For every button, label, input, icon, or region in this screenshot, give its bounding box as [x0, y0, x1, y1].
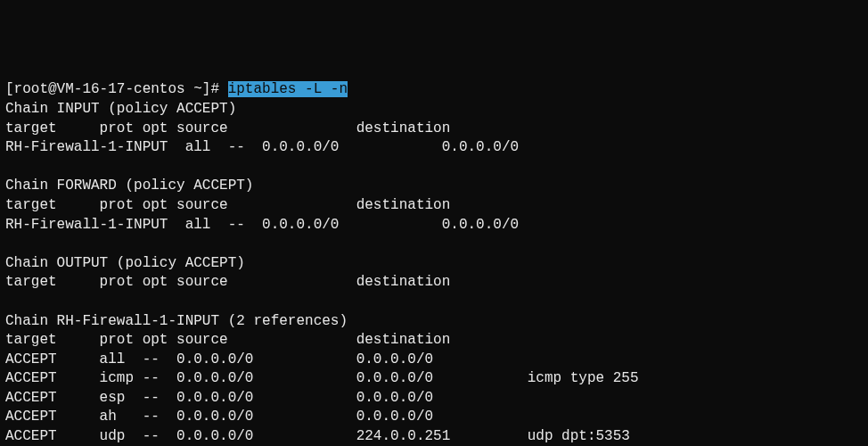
- blank-line: [5, 293, 863, 312]
- entered-command: iptables -L -n: [228, 81, 348, 97]
- rule-row: ACCEPT ah -- 0.0.0.0/0 0.0.0.0/0: [5, 408, 863, 427]
- chain-header: Chain RH-Firewall-1-INPUT (2 references): [5, 312, 863, 332]
- chain-columns: target prot opt source destination: [5, 120, 863, 139]
- chain-columns: target prot opt source destination: [5, 331, 863, 351]
- rule-row: ACCEPT udp -- 0.0.0.0/0 224.0.0.251 udp …: [5, 427, 863, 446]
- chain-columns: target prot opt source destination: [5, 196, 863, 216]
- shell-prompt: [root@VM-16-17-centos ~]#: [5, 81, 228, 97]
- blank-line: [5, 158, 863, 178]
- rule-row: ACCEPT esp -- 0.0.0.0/0 0.0.0.0/0: [5, 389, 863, 409]
- blank-line: [5, 235, 863, 254]
- chain-header: Chain OUTPUT (policy ACCEPT): [5, 254, 863, 274]
- rule-row: RH-Firewall-1-INPUT all -- 0.0.0.0/0 0.0…: [5, 138, 863, 158]
- chain-header: Chain INPUT (policy ACCEPT): [5, 100, 863, 120]
- prompt-line[interactable]: [root@VM-16-17-centos ~]# iptables -L -n: [5, 80, 863, 100]
- chain-header: Chain FORWARD (policy ACCEPT): [5, 177, 863, 196]
- rule-row: RH-Firewall-1-INPUT all -- 0.0.0.0/0 0.0…: [5, 216, 863, 235]
- rule-row: ACCEPT icmp -- 0.0.0.0/0 0.0.0.0/0 icmp …: [5, 369, 863, 389]
- chain-columns: target prot opt source destination: [5, 273, 863, 293]
- rule-row: ACCEPT all -- 0.0.0.0/0 0.0.0.0/0: [5, 351, 863, 370]
